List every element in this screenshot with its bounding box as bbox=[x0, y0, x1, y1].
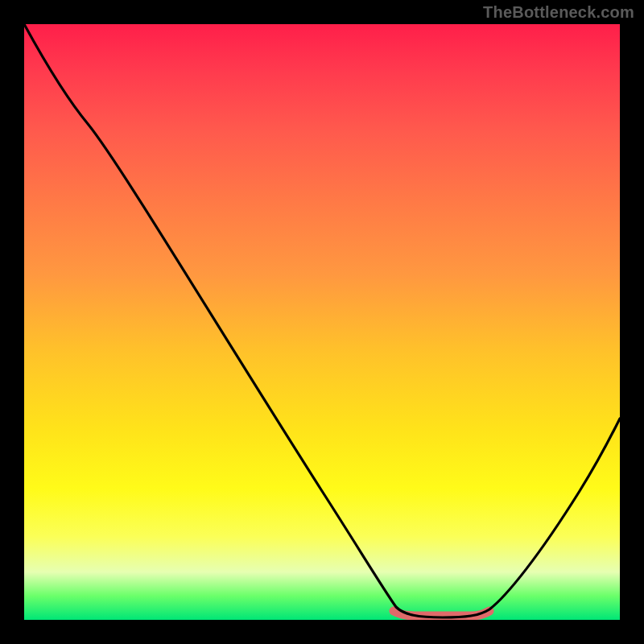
plot-area bbox=[24, 24, 620, 620]
attribution-text: TheBottleneck.com bbox=[483, 3, 634, 22]
curve-svg bbox=[24, 24, 620, 620]
chart-frame: TheBottleneck.com bbox=[0, 0, 644, 644]
bottleneck-curve bbox=[24, 24, 620, 617]
